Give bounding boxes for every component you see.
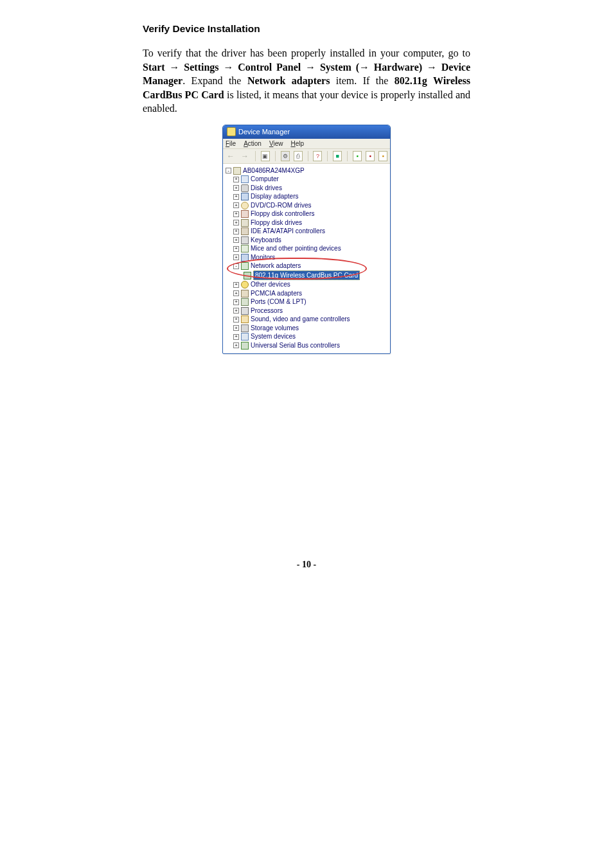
plus-icon[interactable]: +	[233, 185, 239, 191]
item-label: Floppy disk drives	[251, 218, 302, 227]
selected-device-label: 802.11g Wireless CardBus PC Card	[253, 270, 360, 281]
mouse-icon	[241, 245, 249, 252]
tree-view-icon[interactable]: ▣	[261, 151, 270, 161]
display-icon	[241, 193, 249, 200]
menubar[interactable]: FFileile Action View Help	[223, 139, 390, 149]
properties-icon[interactable]: ⚙	[281, 151, 290, 161]
plus-icon[interactable]: +	[233, 229, 239, 235]
plus-icon[interactable]: +	[233, 177, 239, 182]
tree-root[interactable]: - AB0486RA24M4XGP	[226, 166, 387, 175]
toolbar-separator	[327, 151, 328, 161]
pcmcia-icon	[241, 290, 249, 297]
tree-item-monitors[interactable]: +Monitors	[226, 253, 387, 262]
keyboard-icon	[241, 236, 249, 244]
item-label: PCMCIA adapters	[251, 289, 302, 298]
tree-item-storage[interactable]: +Storage volumes	[226, 324, 387, 333]
print-icon[interactable]: ⎙	[294, 151, 303, 161]
toolbar-extra-icon[interactable]: ▪	[353, 151, 362, 161]
kw-control-panel: Control Panel	[238, 62, 301, 73]
plus-icon[interactable]: +	[233, 290, 239, 296]
menu-file[interactable]: FFileile	[226, 140, 236, 147]
forward-button[interactable]: →	[240, 152, 250, 161]
plus-icon[interactable]: +	[233, 334, 239, 340]
tree-item-fdd[interactable]: +Floppy disk drives	[226, 218, 387, 227]
plus-icon[interactable]: +	[233, 254, 239, 260]
plus-icon[interactable]: +	[233, 325, 239, 331]
device-manager-window: Device Manager FFileile Action View Help…	[222, 125, 391, 355]
cd-icon	[241, 202, 249, 209]
usb-icon	[241, 342, 249, 350]
tree-item-ports[interactable]: +Ports (COM & LPT)	[226, 297, 387, 306]
tree-item-mice[interactable]: +Mice and other pointing devices	[226, 244, 387, 253]
toolbar-extra-icon[interactable]: ▪	[378, 151, 387, 161]
kw-network-adapters: Network adapters	[247, 75, 330, 86]
sound-icon	[241, 315, 249, 323]
scan-hardware-icon[interactable]: ■	[333, 151, 342, 161]
item-label: Mice and other pointing devices	[251, 244, 341, 253]
tree-item-display[interactable]: +Display adapters	[226, 192, 387, 201]
tree-item-fdc[interactable]: +Floppy disk controllers	[226, 209, 387, 218]
plus-icon[interactable]: +	[233, 282, 239, 288]
kw-start: Start	[143, 62, 165, 73]
tree-item-pcmcia[interactable]: +PCMCIA adapters	[226, 289, 387, 298]
monitor-icon	[241, 254, 249, 261]
item-label: Floppy disk controllers	[251, 209, 314, 218]
menu-action[interactable]: Action	[244, 140, 262, 147]
computer-icon	[241, 175, 249, 183]
ide-icon	[241, 227, 249, 235]
toolbar-separator	[275, 151, 276, 161]
plus-icon[interactable]: +	[233, 237, 239, 243]
processor-icon	[241, 307, 249, 315]
tree-item-processors[interactable]: +Processors	[226, 306, 387, 315]
kw-system: System	[320, 62, 351, 73]
disk-icon	[241, 184, 249, 192]
arrow-icon: →	[427, 62, 437, 73]
menu-view[interactable]: View	[269, 140, 283, 147]
plus-icon[interactable]: +	[233, 220, 239, 226]
device-tree[interactable]: - AB0486RA24M4XGP +Computer +Disk drives…	[223, 164, 390, 354]
tree-item-ide[interactable]: +IDE ATA/ATAPI controllers	[226, 227, 387, 236]
toolbar-extra-icon[interactable]: ▪	[366, 151, 375, 161]
tree-item-usb[interactable]: +Universal Serial Bus controllers	[226, 341, 387, 350]
minus-icon[interactable]: -	[233, 263, 239, 269]
computer-root-icon	[233, 167, 241, 175]
help-icon[interactable]: ?	[313, 151, 322, 161]
back-button[interactable]: ←	[226, 152, 236, 161]
tree-item-keyboards[interactable]: +Keyboards	[226, 236, 387, 245]
body-paragraph: To verify that the driver has been prope…	[143, 46, 470, 116]
plus-icon[interactable]: +	[233, 317, 239, 323]
item-label: Network adapters	[251, 261, 301, 270]
tree-item-wireless-card[interactable]: 802.11g Wireless CardBus PC Card	[226, 270, 387, 281]
toolbar-separator	[347, 151, 348, 161]
tree-item-network-adapters[interactable]: -Network adapters	[226, 261, 387, 270]
ports-icon	[241, 298, 249, 306]
menu-help[interactable]: Help	[290, 140, 304, 147]
plus-icon[interactable]: +	[233, 246, 239, 252]
adapter-icon	[244, 272, 251, 279]
tree-item-system[interactable]: +System devices	[226, 332, 387, 341]
root-label: AB0486RA24M4XGP	[243, 166, 305, 175]
toolbar: ← → ▣ ⚙ ⎙ ? ■ ▪ ▪ ▪	[223, 149, 390, 164]
item-label: Keyboards	[251, 236, 281, 245]
plus-icon[interactable]: +	[233, 211, 239, 217]
plus-icon[interactable]: +	[233, 194, 239, 200]
tree-item-dvd[interactable]: +DVD/CD-ROM drives	[226, 201, 387, 210]
item-label: Processors	[251, 306, 283, 315]
tree-item-computer[interactable]: +Computer	[226, 175, 387, 184]
plus-icon[interactable]: +	[233, 202, 239, 208]
item-label: IDE ATA/ATAPI controllers	[251, 227, 325, 236]
plus-icon[interactable]: +	[233, 342, 239, 348]
plus-icon[interactable]: +	[233, 299, 239, 305]
item-label: System devices	[251, 332, 296, 341]
minus-icon[interactable]: -	[226, 168, 231, 173]
plus-icon[interactable]: +	[233, 308, 239, 314]
network-icon	[241, 262, 249, 270]
tree-item-sound[interactable]: +Sound, video and game controllers	[226, 315, 387, 324]
tree-item-disk-drives[interactable]: +Disk drives	[226, 184, 387, 193]
tree-item-other[interactable]: +Other devices	[226, 280, 387, 289]
item-label: Disk drives	[251, 184, 282, 193]
system-icon	[241, 333, 249, 341]
text-mid1: . Expand the	[182, 75, 247, 86]
text-lead: To verify that the driver has been prope…	[143, 48, 470, 58]
item-label: Other devices	[251, 280, 290, 289]
